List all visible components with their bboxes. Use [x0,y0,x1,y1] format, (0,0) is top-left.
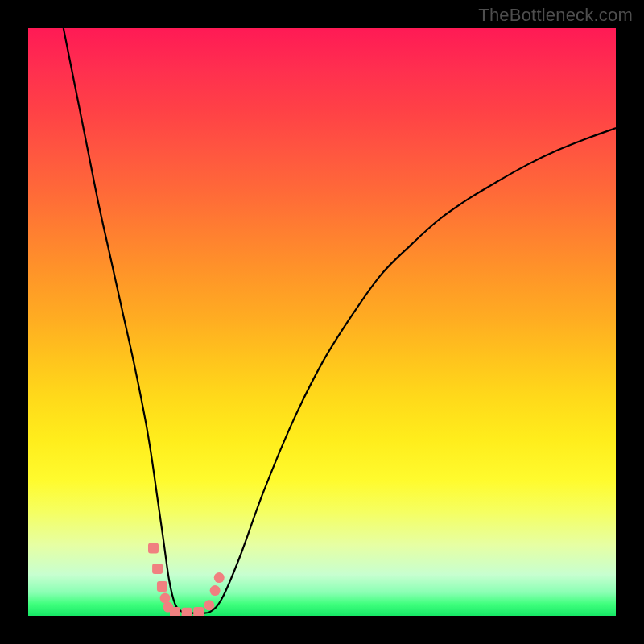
plot-area [28,28,616,616]
marker-point [204,600,214,610]
marker-point [193,607,204,616]
marker-point [182,608,192,616]
chart-svg [28,28,616,616]
attribution-watermark: TheBottleneck.com [478,5,633,26]
marker-point [148,543,159,554]
markers-group [148,543,225,616]
marker-point [157,581,167,592]
bottleneck-curve-path [64,28,616,613]
marker-point [170,607,180,616]
marker-point [210,585,221,596]
marker-point [152,564,163,574]
chart-container: TheBottleneck.com [0,0,644,644]
marker-point [214,572,225,583]
